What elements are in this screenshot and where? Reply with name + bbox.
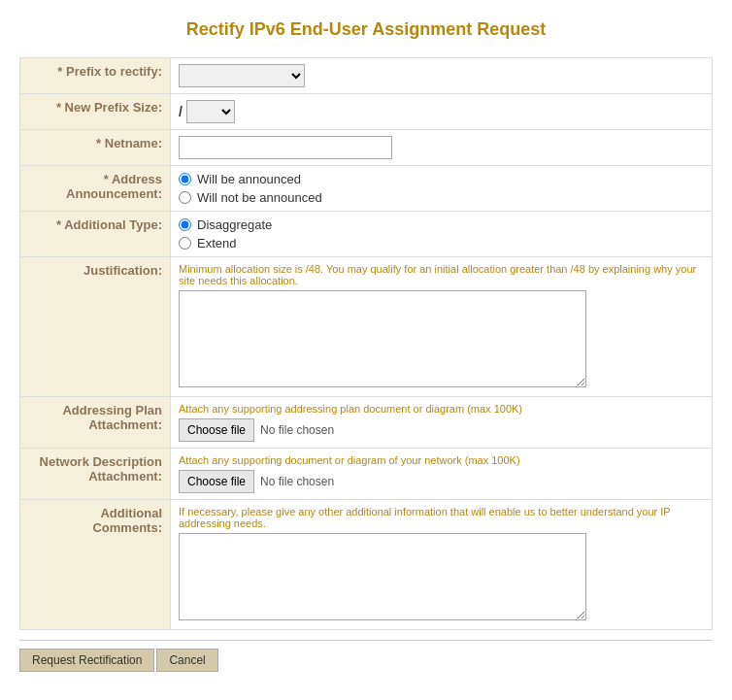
announcement-option2-text: Will not be announced — [197, 190, 322, 205]
justification-label: Justification: — [20, 257, 171, 397]
choose-file-button2[interactable]: Choose file — [179, 470, 254, 493]
additional-type-label: * Additional Type: — [20, 212, 171, 257]
justification-hint: Minimum allocation size is /48. You may … — [179, 263, 704, 286]
page-title: Rectify IPv6 End-User Assignment Request — [19, 19, 713, 40]
additional-type-group: Disaggregate Extend — [179, 217, 704, 250]
additional-comments-textarea[interactable] — [179, 533, 586, 620]
type-radio2[interactable] — [179, 237, 191, 250]
network-desc-label: Network Description Attachment: — [20, 449, 171, 500]
prefix-slash: / — [179, 104, 183, 119]
type-option1-text: Disaggregate — [197, 217, 272, 232]
type-radio1[interactable] — [179, 218, 191, 231]
additional-comments-hint: If necessary, please give any other addi… — [179, 506, 704, 529]
cancel-button[interactable]: Cancel — [156, 649, 217, 672]
type-option1-label[interactable]: Disaggregate — [179, 217, 704, 232]
addressing-plan-label: Addressing Plan Attachment: — [20, 397, 171, 449]
addressing-plan-file-wrapper: Choose file No file chosen — [179, 418, 704, 442]
addressing-plan-hint: Attach any supporting addressing plan do… — [179, 403, 704, 415]
choose-file-button1[interactable]: Choose file — [179, 418, 254, 442]
justification-textarea[interactable] — [179, 290, 586, 387]
type-option2-text: Extend — [197, 236, 236, 250]
network-desc-file-wrapper: Choose file No file chosen — [179, 470, 704, 493]
netname-input[interactable] — [179, 136, 392, 159]
footer-buttons: Request Rectification Cancel — [19, 640, 713, 676]
prefix-label: * Prefix to rectify: — [20, 58, 171, 94]
announcement-option1-label[interactable]: Will be announced — [179, 172, 704, 186]
announcement-radio1[interactable] — [179, 173, 191, 185]
submit-button[interactable]: Request Rectification — [19, 649, 154, 672]
additional-comments-label: Additional Comments: — [20, 500, 171, 630]
new-prefix-size-label: * New Prefix Size: — [20, 94, 171, 130]
prefix-select[interactable] — [179, 64, 305, 87]
no-file-text2: No file chosen — [260, 475, 334, 488]
network-desc-hint: Attach any supporting document or diagra… — [179, 454, 704, 466]
size-select[interactable] — [186, 100, 235, 123]
announcement-option2-label[interactable]: Will not be announced — [179, 190, 704, 205]
type-option2-label[interactable]: Extend — [179, 236, 704, 250]
no-file-text1: No file chosen — [260, 423, 334, 437]
announcement-option1-text: Will be announced — [197, 172, 301, 186]
address-announcement-label: * Address Announcement: — [20, 166, 171, 212]
address-announcement-group: Will be announced Will not be announced — [179, 172, 704, 205]
announcement-radio2[interactable] — [179, 191, 191, 204]
netname-label: * Netname: — [20, 130, 171, 166]
